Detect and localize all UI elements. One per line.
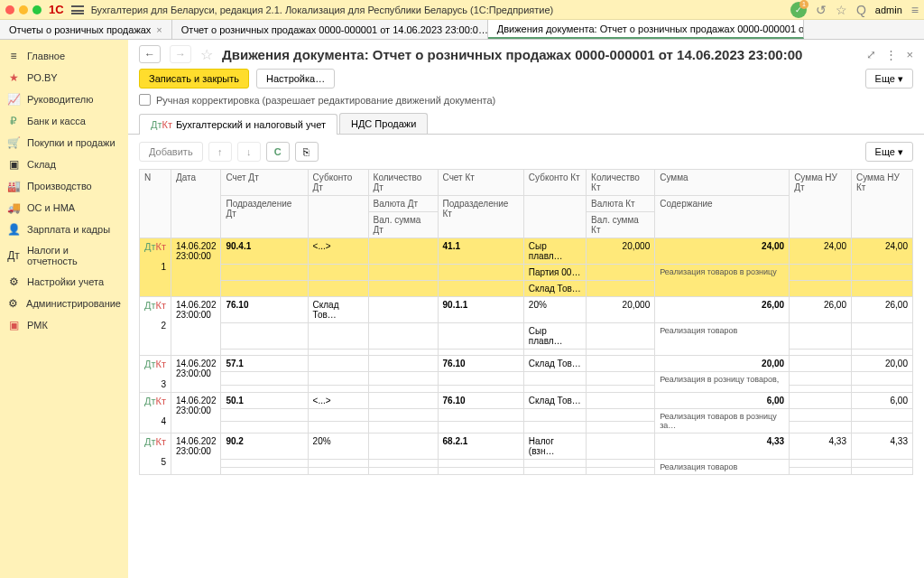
col-date[interactable]: Дата <box>171 170 221 238</box>
table-row[interactable]: ДтКт5 14.06.20223:00:00 90.220% 68.2.1На… <box>140 434 913 460</box>
sidebar-item-sales[interactable]: 🛒Покупки и продажи <box>0 132 128 154</box>
table-row[interactable]: ДтКт4 14.06.20223:00:00 50.1<...> 76.10С… <box>140 393 913 409</box>
sidebar: ≡Главное ★PO.BY 📈Руководителю ₽Банк и ка… <box>0 40 128 578</box>
tab-report-detail[interactable]: Отчет о розничных продажах 0000-000001 о… <box>172 20 488 39</box>
sidebar-item-admin[interactable]: ⚙Администрирование <box>0 293 128 314</box>
close-icon[interactable]: × <box>156 24 162 35</box>
table-row[interactable] <box>140 350 913 356</box>
table-row[interactable]: Реализация товаров <box>140 460 913 468</box>
add-button[interactable]: Добавить <box>139 142 203 162</box>
table-row[interactable]: Партия 00… Реализация товаров в розницу <box>140 265 913 281</box>
star-icon: ★ <box>7 71 20 84</box>
refresh-button[interactable]: C <box>266 142 290 162</box>
gear-icon: ⚙ <box>7 275 20 288</box>
more-button[interactable]: Еще ▾ <box>865 69 913 89</box>
settings-button[interactable]: Настройка… <box>256 69 335 89</box>
table-row[interactable] <box>140 467 913 475</box>
subtab-vat[interactable]: НДС Продажи <box>339 113 428 134</box>
table-row[interactable]: Реализация товаров в розницу за… <box>140 409 913 422</box>
sidebar-item-rmk[interactable]: ▣РМК <box>0 314 128 336</box>
export-button[interactable]: ⎘ <box>295 142 319 162</box>
pos-icon: ▣ <box>7 319 20 331</box>
col-sub-kt[interactable]: Субконто Кт <box>523 170 586 196</box>
table-row[interactable] <box>140 385 913 393</box>
home-icon: ≡ <box>7 50 20 62</box>
col-content[interactable]: Содержание <box>655 196 790 238</box>
col-nu-kt[interactable]: Сумма НУ Кт <box>851 170 912 238</box>
col-sub-dt[interactable]: Субконто Дт <box>308 170 368 196</box>
min-dot[interactable] <box>19 5 28 14</box>
movements-table[interactable]: N Дата Счет Дт Субконто Дт Количество Дт… <box>139 169 913 475</box>
sidebar-item-manager[interactable]: 📈Руководителю <box>0 89 128 110</box>
truck-icon: 🚚 <box>7 201 20 214</box>
table-row[interactable]: Реализация в розницу товаров, <box>140 372 913 386</box>
sidebar-item-production[interactable]: 🏭Производство <box>0 175 128 197</box>
col-cur-kt[interactable]: Валюта Кт <box>587 196 655 212</box>
save-close-button[interactable]: Записать и закрыть <box>139 69 249 89</box>
table-row[interactable]: Сыр плавл… Реализация товаров <box>140 323 913 350</box>
grid-more-button[interactable]: Еще ▾ <box>865 142 913 162</box>
tab-reports[interactable]: Отчеты о розничных продажах× <box>0 20 172 39</box>
col-n[interactable]: N <box>140 170 171 238</box>
grid-icon: ▣ <box>7 158 20 171</box>
subtab-accounting[interactable]: ДтКтБухгалтерский и налоговый учет <box>139 114 337 135</box>
logo-icon: 1C <box>49 3 64 16</box>
tab-movements[interactable]: Движения документа: Отчет о розничных пр… <box>488 20 804 39</box>
col-qty-kt[interactable]: Количество Кт <box>587 170 655 196</box>
document-title: Движения документа: Отчет о розничных пр… <box>222 47 857 62</box>
col-nu-dt[interactable]: Сумма НУ Дт <box>790 170 852 238</box>
col-val-dt[interactable]: Вал. сумма Дт <box>368 212 438 238</box>
sidebar-item-assets[interactable]: 🚚ОС и НМА <box>0 197 128 219</box>
col-acct-dt[interactable]: Счет Дт <box>221 170 308 196</box>
down-button: ↓ <box>237 142 261 162</box>
close-icon[interactable]: × <box>906 48 913 61</box>
col-div-dt[interactable]: Подразделение Дт <box>221 196 308 238</box>
factory-icon: 🏭 <box>7 180 20 192</box>
person-icon: 👤 <box>7 223 20 236</box>
ruble-icon: ₽ <box>7 115 20 127</box>
table-row[interactable]: ДтКт3 14.06.20223:00:00 57.1 76.10Склад … <box>140 356 913 372</box>
admin-label[interactable]: admin <box>875 5 902 15</box>
sidebar-item-warehouse[interactable]: ▣Склад <box>0 154 128 175</box>
forward-button[interactable]: → <box>170 45 191 63</box>
favorite-icon[interactable]: ☆ <box>836 3 847 17</box>
sidebar-item-taxes[interactable]: ДтНалоги и отчетность <box>0 240 128 271</box>
up-button: ↑ <box>208 142 232 162</box>
close-dot[interactable] <box>5 5 14 14</box>
gear-icon: ⚙ <box>7 297 19 310</box>
col-acct-kt[interactable]: Счет Кт <box>438 170 523 196</box>
history-icon[interactable]: ↺ <box>816 3 827 17</box>
sidebar-item-poby[interactable]: ★PO.BY <box>0 67 128 89</box>
col-cur-dt[interactable]: Валюта Дт <box>368 196 438 212</box>
window-controls <box>5 5 42 14</box>
app-title: Бухгалтерия для Беларуси, редакция 2.1. … <box>91 5 783 15</box>
dt-icon: Дт <box>7 249 20 262</box>
titlebar: 1C Бухгалтерия для Беларуси, редакция 2.… <box>0 0 924 20</box>
manual-label: Ручная корректировка (разрешает редактир… <box>156 95 495 106</box>
dtkt-icon: ДтКт <box>151 119 172 130</box>
col-val-kt[interactable]: Вал. сумма Кт <box>587 212 655 238</box>
table-row[interactable]: ДтКт2 14.06.20223:00:00 76.10Склад Тов… … <box>140 297 913 323</box>
sidebar-item-settings[interactable]: ⚙Настройки учета <box>0 271 128 293</box>
link-icon[interactable]: ⤢ <box>866 48 876 61</box>
back-button[interactable]: ← <box>139 45 161 63</box>
sidebar-item-salary[interactable]: 👤Зарплата и кадры <box>0 219 128 240</box>
sidebar-item-main[interactable]: ≡Главное <box>0 45 128 67</box>
menu-icon[interactable] <box>71 5 84 14</box>
search-icon[interactable]: Q <box>856 3 866 17</box>
table-row[interactable]: Склад Тов… <box>140 281 913 297</box>
more-icon[interactable]: ⋮ <box>885 48 897 61</box>
notification-icon[interactable]: ✓ <box>790 2 807 18</box>
col-sum[interactable]: Сумма <box>655 170 790 196</box>
sidebar-item-bank[interactable]: ₽Банк и касса <box>0 110 128 132</box>
manual-checkbox[interactable] <box>139 94 151 106</box>
col-div-kt[interactable]: Подразделение Кт <box>438 196 523 238</box>
more-icon[interactable]: ≡ <box>911 3 919 17</box>
chart-icon: 📈 <box>7 93 20 106</box>
table-row[interactable] <box>140 421 913 434</box>
max-dot[interactable] <box>32 5 42 14</box>
col-qty-dt[interactable]: Количество Дт <box>368 170 438 196</box>
cart-icon: 🛒 <box>7 136 20 149</box>
favorite-icon[interactable]: ☆ <box>200 46 213 63</box>
table-row[interactable]: ДтКт1 14.06.20223:00:00 90.4.1<...> 41.1… <box>140 238 913 265</box>
